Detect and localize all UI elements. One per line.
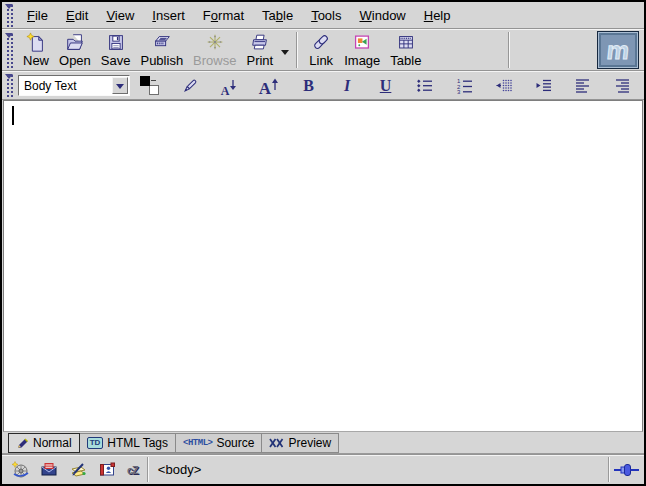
menu-tools[interactable]: Tools	[302, 5, 350, 26]
preview-icon	[269, 438, 284, 448]
align-right-button[interactable]	[613, 75, 632, 97]
underline-button[interactable]: U	[377, 75, 395, 97]
menu-bar: File Edit View Insert Format Table Tools…	[2, 2, 644, 29]
numbered-list-button[interactable]: 123	[455, 75, 474, 97]
save-button[interactable]: Save	[96, 31, 136, 69]
indent-button[interactable]	[534, 75, 553, 97]
table-icon	[395, 32, 417, 53]
menubar-grippy[interactable]	[5, 3, 15, 27]
publish-icon	[151, 32, 173, 53]
menu-label-part: elp	[433, 8, 450, 23]
text-color-swatch	[140, 76, 150, 86]
menu-format[interactable]: Format	[194, 5, 253, 26]
menu-table[interactable]: Table	[253, 5, 302, 26]
component-bar: cZ	[2, 455, 147, 484]
select-dropdown-button[interactable]	[112, 77, 128, 94]
browse-button: Browse	[188, 31, 241, 69]
increase-font-size-button[interactable]: A	[259, 75, 279, 97]
main-toolbar: New Open Save	[2, 29, 644, 71]
tab-html-tags[interactable]: TD HTML Tags	[80, 433, 176, 453]
pencil-icon	[16, 437, 29, 450]
highlight-pen-button[interactable]	[180, 75, 200, 97]
letter-a-small: A	[221, 85, 230, 97]
image-button[interactable]: Image	[339, 31, 385, 69]
arrow-up-icon	[271, 77, 279, 91]
bullet-list-icon	[415, 76, 434, 95]
paragraph-format-value: Body Text	[19, 79, 112, 93]
mozilla-logo: m	[606, 38, 631, 63]
menu-mnemonic: b	[276, 8, 283, 23]
editor-region	[2, 100, 644, 432]
menu-view[interactable]: View	[97, 5, 143, 26]
align-left-icon	[573, 76, 592, 95]
save-floppy-icon	[105, 32, 127, 53]
bullet-list-button[interactable]	[415, 75, 434, 97]
chatzilla-icon[interactable]: cZ	[127, 464, 138, 476]
menu-label-part: F	[203, 8, 211, 23]
composer-icon[interactable]	[69, 460, 88, 479]
menu-label-part: indow	[372, 8, 406, 23]
menu-mnemonic: F	[27, 8, 35, 23]
new-page-icon	[25, 32, 47, 53]
online-plug-icon[interactable]	[614, 462, 640, 478]
outdent-button[interactable]	[494, 75, 513, 97]
editor-canvas[interactable]	[3, 100, 643, 432]
new-button[interactable]: New	[18, 31, 54, 69]
publish-button-label: Publish	[140, 54, 183, 68]
status-bar: cZ <body>	[2, 454, 644, 484]
addressbook-icon[interactable]	[98, 460, 117, 479]
print-dropdown-button[interactable]	[278, 31, 291, 69]
print-button-group: Print	[241, 31, 291, 69]
toolbar-grippy[interactable]	[5, 32, 15, 68]
menu-label-part: Ta	[262, 8, 276, 23]
swatch-tick	[151, 80, 156, 81]
formatbar-grippy[interactable]	[5, 73, 15, 98]
mozilla-logo-button[interactable]: m	[597, 31, 639, 69]
link-button[interactable]: Link	[303, 31, 339, 69]
menu-mnemonic: o	[211, 8, 218, 23]
tab-normal[interactable]: Normal	[8, 433, 80, 453]
toolbar-separator	[508, 32, 510, 68]
element-path[interactable]: <body>	[158, 462, 201, 477]
menu-label-part: nsert	[156, 8, 185, 23]
menu-mnemonic: V	[106, 8, 114, 23]
menu-edit[interactable]: Edit	[57, 5, 97, 26]
table-button[interactable]: Table	[385, 31, 426, 69]
menu-window[interactable]: Window	[351, 5, 415, 26]
menu-label-part: dit	[75, 8, 89, 23]
print-icon	[249, 32, 271, 53]
italic-button[interactable]: I	[338, 75, 356, 97]
menu-file[interactable]: File	[18, 5, 57, 26]
format-toolbar: Body Text	[2, 71, 644, 100]
tab-source[interactable]: <HTML> Source	[176, 433, 262, 453]
indent-icon	[534, 76, 553, 95]
print-button-label: Print	[246, 54, 273, 68]
text-color-picker[interactable]	[140, 75, 159, 97]
composer-window: File Edit View Insert Format Table Tools…	[0, 0, 646, 486]
decrease-font-size-button[interactable]: A	[220, 75, 238, 97]
edit-mode-tabbar: Normal TD HTML Tags <HTML> Source Previe…	[2, 432, 644, 454]
new-button-label: New	[23, 54, 49, 68]
menu-insert[interactable]: Insert	[143, 5, 194, 26]
browse-button-label: Browse	[193, 54, 236, 68]
align-left-button[interactable]	[573, 75, 592, 97]
browse-icon	[204, 32, 226, 53]
save-button-label: Save	[101, 54, 131, 68]
align-right-icon	[613, 76, 632, 95]
navigator-icon[interactable]	[11, 460, 30, 479]
svg-text:3: 3	[457, 89, 461, 95]
bold-icon: B	[303, 78, 314, 94]
link-icon	[310, 32, 332, 53]
menu-label-part: ools	[318, 8, 342, 23]
table-button-label: Table	[390, 54, 421, 68]
tab-preview[interactable]: Preview	[262, 433, 339, 453]
mail-icon[interactable]	[40, 460, 59, 479]
open-button[interactable]: Open	[54, 31, 96, 69]
print-button[interactable]: Print	[241, 31, 278, 69]
menu-help[interactable]: Help	[415, 5, 460, 26]
pen-icon	[180, 76, 200, 96]
chevron-down-icon	[116, 84, 124, 93]
paragraph-format-select[interactable]: Body Text	[18, 75, 130, 96]
bold-button[interactable]: B	[299, 75, 317, 97]
publish-button[interactable]: Publish	[135, 31, 188, 69]
